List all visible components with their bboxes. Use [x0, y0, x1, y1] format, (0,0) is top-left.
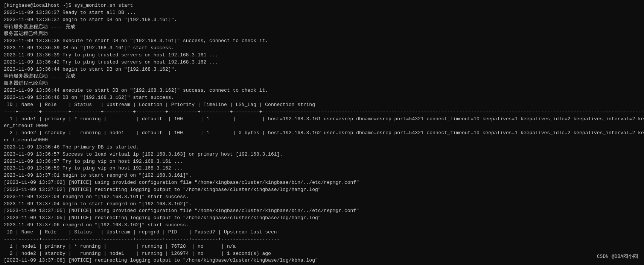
terminal-line-l16: ----+-------+---------+----------+------…: [4, 109, 640, 116]
terminal-line-l2: 2023-11-09 13:36:37 Ready to start all D…: [4, 9, 640, 17]
terminal-line-l17b: er_timeout=9000: [4, 123, 640, 130]
terminal-line-l25: [2023-11-09 13:37:02] [NOTICE] redirecti…: [4, 186, 640, 194]
terminal-line-l22: 2023-11-09 13:36:59 Try to ping vip on h…: [4, 165, 640, 172]
terminal-line-l9: 2023-11-09 13:36:42 Try to ping trusted_…: [4, 59, 640, 66]
terminal-line-l23: 2023-11-09 13:37:01 begin to start repmg…: [4, 172, 640, 179]
terminal-line-l37: [2023-11-09 13:37:08] [NOTICE] redirecti…: [4, 257, 640, 264]
terminal-line-l1: [kingbase@localhost ~]$ sys_monitor.sh s…: [4, 2, 640, 9]
terminal-line-l36: 2 | node2 | standby | running | node1 | …: [4, 250, 640, 257]
terminal-line-l11: 等待服务器进程启动 .... 完成: [4, 73, 640, 80]
terminal-line-l20: 2023-11-09 13:36:57 Success to load virt…: [4, 151, 640, 158]
terminal-line-l13: 2023-11-09 13:36:44 execute to start DB …: [4, 87, 640, 94]
terminal-line-l3: 2023-11-09 13:36:37 begin to start DB on…: [4, 17, 640, 24]
terminal-line-l6: 2023-11-09 13:36:38 execute to start DB …: [4, 38, 640, 45]
terminal-line-l12: 服务器进程已经启动: [4, 80, 640, 87]
terminal-line-l29: [2023-11-09 13:37:05] [NOTICE] using pro…: [4, 207, 640, 215]
terminal-line-l14: 2023-11-09 13:36:46 DB on "[192.168.3.16…: [4, 94, 640, 101]
terminal-line-l15: ID | Name | Role | Status | Upstream | L…: [4, 101, 640, 109]
terminal-line-l10: 2023-11-09 13:36:44 begin to start DB on…: [4, 66, 640, 73]
terminal-line-l35: 1 | node1 | primary | * running | | runn…: [4, 243, 640, 250]
terminal-line-l30: [2023-11-09 13:37:05] [NOTICE] redirecti…: [4, 215, 640, 222]
terminal-line-l18b: er_timeout=9000: [4, 137, 640, 144]
terminal-line-l28: 2023-11-09 13:37:04 begin to start repmg…: [4, 201, 640, 208]
terminal-line-l27: 2023-11-09 13:37:04 repmgrd on "[192.168…: [4, 194, 640, 201]
terminal-line-l7: 2023-11-09 13:36:39 DB on "[192.168.3.16…: [4, 45, 640, 52]
terminal-line-l17: 1 | node1 | primary | * running | | defa…: [4, 116, 640, 123]
terminal-line-l34: ----+-------+---------+----------+------…: [4, 236, 640, 243]
terminal-window: [kingbase@localhost ~]$ sys_monitor.sh s…: [0, 0, 644, 265]
terminal-line-l21: 2023-11-09 13:36:57 Try to ping vip on h…: [4, 158, 640, 165]
terminal-line-l5: 服务器进程已经启动: [4, 30, 640, 38]
watermark: CSDN @DBA圈小圈: [597, 253, 638, 260]
terminal-line-l33: ID | Name | Role | Status | Upstream | r…: [4, 229, 640, 236]
terminal-line-l18: 2 | node2 | standby | running | node1 | …: [4, 130, 640, 137]
terminal-line-l19: 2023-11-09 13:36:46 The primary DB is st…: [4, 144, 640, 151]
terminal-line-l24: [2023-11-09 13:37:02] [NOTICE] using pro…: [4, 179, 640, 186]
terminal-line-l4: 等待服务器进程启动 .... 完成: [4, 24, 640, 31]
terminal-line-l8: 2023-11-09 13:36:39 Try to ping trusted_…: [4, 52, 640, 59]
terminal-output: [kingbase@localhost ~]$ sys_monitor.sh s…: [4, 2, 640, 265]
terminal-line-l32: 2023-11-09 13:37:06 repmgrd on "[192.168…: [4, 222, 640, 229]
